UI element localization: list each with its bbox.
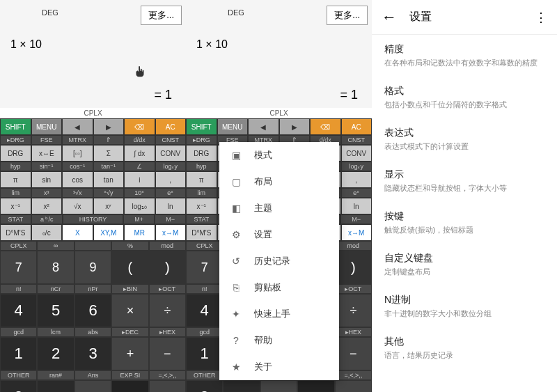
ln-key[interactable]: ln (341, 198, 372, 214)
9-key[interactable]: 9 (74, 251, 111, 284)
sin-key[interactable]: sin (31, 171, 63, 188)
pi-key[interactable]: π (0, 171, 31, 188)
6-key[interactable]: 6 (74, 294, 111, 327)
settings-item[interactable]: 格式包括小数点和千位分隔符的数字格式 (372, 77, 557, 118)
log-key[interactable]: log₁₀ (124, 198, 155, 214)
rpar-key[interactable]: ) (335, 251, 372, 284)
xe-key[interactable]: x↔E (31, 145, 63, 162)
menu-label: 设置 (254, 228, 272, 241)
neg-key[interactable]: +/− (74, 380, 111, 392)
4-key[interactable]: 4 (0, 294, 37, 327)
menu-key[interactable]: MENU (31, 118, 63, 135)
xym-key[interactable]: XY,M (93, 224, 125, 241)
1-key[interactable]: 1 (0, 337, 37, 370)
drg-key[interactable]: DRG (0, 145, 31, 162)
x-key[interactable]: X (62, 224, 93, 241)
ac-key[interactable]: AC (155, 118, 187, 135)
tan-key[interactable]: tan (93, 171, 125, 188)
sqrt-key[interactable]: √x (62, 198, 93, 214)
5-key[interactable]: 5 (37, 294, 74, 327)
menu-popup: ▣模式▢布局◧主题⚙设置↺历史记录⎘剪贴板✦快速上手?帮助★关于 (219, 142, 339, 380)
shift-key[interactable]: SHIFT (0, 118, 31, 135)
2-key[interactable]: 2 (37, 337, 74, 370)
div-key[interactable]: ÷ (335, 294, 372, 327)
menu-key[interactable]: MENU (217, 118, 249, 135)
menu-item[interactable]: ◧主题 (219, 195, 339, 221)
4-key[interactable]: 4 (186, 294, 223, 327)
conv-key[interactable]: CONV (341, 145, 372, 162)
lpar-key[interactable]: ( (111, 251, 148, 284)
inv-key[interactable]: x⁻¹ (186, 198, 217, 214)
0-key[interactable]: 0 (0, 380, 37, 392)
dms-key[interactable]: D°M'S (0, 224, 31, 241)
sum-key[interactable]: Σ (93, 145, 125, 162)
settings-item[interactable]: 精度在各种布局和记数法中有效数字和幕数的精度 (372, 35, 557, 77)
right-key[interactable]: ▶ (279, 118, 311, 135)
settings-item[interactable]: 显示隐藏状态栏和导航按钮，字体大小等 (372, 160, 557, 202)
menu-item[interactable]: ↺历史记录 (219, 248, 339, 274)
0-key[interactable]: 0 (186, 380, 223, 392)
expression: 1 × 10 (10, 38, 42, 51)
dot-key[interactable]: . (223, 380, 260, 392)
sub-key[interactable]: − (149, 337, 186, 370)
conv-key[interactable]: CONV (155, 145, 187, 162)
settings-item[interactable]: N进制非十进制的数字大小和数位分组 (372, 285, 557, 327)
del-key[interactable]: ⌫ (124, 118, 155, 135)
cos-key[interactable]: cos (62, 171, 93, 188)
settings-item[interactable]: 表达式表达式模式下的计算设置 (372, 118, 557, 160)
menu-item[interactable]: ✦快速上手 (219, 301, 339, 327)
comma-key[interactable]: , (341, 171, 372, 188)
mul-key[interactable]: × (111, 294, 148, 327)
dot-key[interactable]: . (37, 380, 74, 392)
settings-item[interactable]: 其他语言，结果历史记录 (372, 327, 557, 369)
left-key[interactable]: ◀ (62, 118, 93, 135)
settings-item[interactable]: 按键触觉反馈(振动)，按钮标题 (372, 202, 557, 244)
mr-key[interactable]: MR (124, 224, 155, 241)
settings-item[interactable]: 自定义键盘定制键盘布局 (372, 244, 557, 285)
overflow-icon[interactable]: ⋮ (535, 10, 547, 25)
ac-key[interactable]: AC (341, 118, 372, 135)
more-button[interactable]: 更多... (141, 6, 182, 25)
rpar-key[interactable]: ) (149, 251, 186, 284)
7-key[interactable]: 7 (0, 251, 37, 284)
pi-key[interactable]: π (186, 171, 217, 188)
int-key[interactable]: ∫ dx (124, 145, 155, 162)
i-key[interactable]: i (124, 171, 155, 188)
3-key[interactable]: 3 (74, 337, 111, 370)
menu-item[interactable]: ▣模式 (219, 142, 339, 168)
sub-key[interactable]: − (335, 337, 372, 370)
8-key[interactable]: 8 (37, 251, 74, 284)
inv-key[interactable]: x⁻¹ (0, 198, 31, 214)
menu-item[interactable]: ?帮助 (219, 327, 339, 354)
neg-key[interactable]: +/− (260, 380, 297, 392)
mtrx-key[interactable]: [▫▫] (62, 145, 93, 162)
comma-key[interactable]: , (155, 171, 187, 188)
menu-item[interactable]: ★关于 (219, 354, 339, 380)
xm-key[interactable]: x→M (341, 224, 372, 241)
add-key[interactable]: + (111, 337, 148, 370)
7-key[interactable]: 7 (186, 251, 223, 284)
pow-key[interactable]: xʸ (93, 198, 125, 214)
right-key[interactable]: ▶ (93, 118, 125, 135)
left-key[interactable]: ◀ (248, 118, 279, 135)
more-button[interactable]: 更多... (327, 6, 368, 25)
ln-key[interactable]: ln (155, 198, 187, 214)
frac-key[interactable]: ₀/c (31, 224, 63, 241)
h: n! (186, 284, 223, 294)
menu-item[interactable]: ⎘剪贴板 (219, 274, 339, 301)
del-key[interactable]: ⌫ (310, 118, 341, 135)
xm-key[interactable]: x→M (155, 224, 187, 241)
exp-key[interactable]: EXP (297, 380, 334, 392)
1-key[interactable]: 1 (186, 337, 223, 370)
exp-key[interactable]: EXP (111, 380, 148, 392)
equals-key[interactable]: ✓ (149, 380, 186, 392)
menu-item[interactable]: ▢布局 (219, 168, 339, 195)
back-icon[interactable]: ← (382, 8, 397, 26)
equals-key[interactable]: ✓ (335, 380, 372, 392)
menu-item[interactable]: ⚙设置 (219, 221, 339, 248)
dms-key[interactable]: D°M'S (186, 224, 217, 241)
div-key[interactable]: ÷ (149, 294, 186, 327)
shift-key[interactable]: SHIFT (186, 118, 217, 135)
sq-key[interactable]: x² (31, 198, 63, 214)
drg-key[interactable]: DRG (186, 145, 217, 162)
